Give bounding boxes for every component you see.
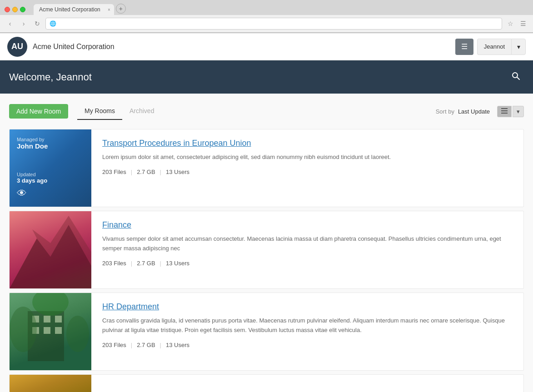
room-list: Managed by John Doe Updated 3 days ago 👁… xyxy=(9,129,524,392)
separator-1: | xyxy=(131,342,132,348)
updated-time: 3 days ago xyxy=(17,177,84,184)
users-count: 13 Users xyxy=(166,260,189,267)
new-tab-button[interactable]: + xyxy=(116,4,126,14)
room-meta: 203 Files | 2.7 GB | 13 Users xyxy=(102,342,513,348)
room-description: Vivamus semper dolor sit amet accumsan c… xyxy=(102,234,513,253)
window-controls xyxy=(5,7,25,12)
svg-point-14 xyxy=(10,307,37,352)
maximize-window-dot[interactable] xyxy=(20,7,25,12)
svg-rect-9 xyxy=(44,316,50,323)
update-section: Updated 3 days ago 👁 xyxy=(17,168,84,199)
company-name: Acme United Corporation xyxy=(33,43,115,51)
room-meta: 203 Files | 2.7 GB | 13 Users xyxy=(102,169,513,175)
bookmark-button[interactable]: ☆ xyxy=(505,18,516,29)
room-item: HR Department Cras convallis gravida lig… xyxy=(9,293,524,371)
company-logo[interactable]: AU xyxy=(7,37,27,57)
tabs-row: Add New Room My Rooms Archived Sort by L… xyxy=(9,103,524,120)
room-thumbnail-green[interactable] xyxy=(10,293,91,370)
storage-size: 2.7 GB xyxy=(137,169,155,175)
building-illustration xyxy=(10,293,91,370)
close-window-dot[interactable] xyxy=(5,7,10,12)
users-count: 13 Users xyxy=(166,169,189,175)
tab-close-icon[interactable]: × xyxy=(108,7,110,12)
tab-my-rooms[interactable]: My Rooms xyxy=(77,103,122,120)
storage-size: 2.7 GB xyxy=(137,260,155,267)
separator-1: | xyxy=(131,169,132,175)
browser-menu-button[interactable]: ☰ xyxy=(518,18,528,29)
svg-point-15 xyxy=(66,316,89,352)
separator-2: | xyxy=(160,169,161,175)
svg-rect-10 xyxy=(55,316,62,323)
room-description: Lorem ipsum dolor sit amet, consectetuer… xyxy=(102,153,513,162)
search-button[interactable] xyxy=(508,69,524,84)
users-count: 13 Users xyxy=(166,342,189,348)
dropdown-chevron-icon: ▾ xyxy=(517,108,520,115)
room-info xyxy=(91,375,523,392)
search-icon xyxy=(511,71,520,80)
content-area: Add New Room My Rooms Archived Sort by L… xyxy=(0,94,533,392)
svg-rect-3 xyxy=(501,110,508,111)
separator-2: | xyxy=(160,342,161,348)
room-item: Managed by John Doe Updated 3 days ago 👁… xyxy=(9,129,524,207)
sort-area: Sort by Last Update ▾ xyxy=(436,106,524,117)
browser-tabs: Acme United Corporation × + xyxy=(34,4,126,15)
browser-titlebar: Acme United Corporation × + xyxy=(0,0,533,15)
room-info: Transport Procedures in European Union L… xyxy=(91,129,523,207)
add-new-room-button[interactable]: Add New Room xyxy=(9,104,68,119)
eye-icon: 👁 xyxy=(17,188,84,199)
room-title[interactable]: Transport Procedures in European Union xyxy=(102,139,251,148)
room-thumbnail-pink[interactable] xyxy=(10,211,91,288)
room-tabs: My Rooms Archived xyxy=(77,103,161,120)
welcome-bar: Welcome, Jeannot xyxy=(0,60,533,94)
minimize-window-dot[interactable] xyxy=(12,7,18,12)
tab-title: Acme United Corporation xyxy=(39,6,100,13)
room-meta: 203 Files | 2.7 GB | 13 Users xyxy=(102,260,513,267)
grid-view-button[interactable]: ▾ xyxy=(513,106,524,117)
room-item xyxy=(9,374,524,392)
svg-rect-12 xyxy=(44,327,50,334)
separator-2: | xyxy=(160,260,161,267)
svg-rect-13 xyxy=(55,327,62,334)
managed-by-section: Managed by John Doe xyxy=(17,137,84,150)
browser-chrome: Acme United Corporation × + ‹ › ↻ 🌐 ☆ ☰ xyxy=(0,0,533,33)
room-info: HR Department Cras convallis gravida lig… xyxy=(91,293,523,370)
room-thumbnail-blue[interactable]: Managed by John Doe Updated 3 days ago 👁 xyxy=(10,129,91,207)
address-bar[interactable]: 🌐 xyxy=(45,18,502,30)
hamburger-menu-button[interactable]: ☰ xyxy=(455,39,473,55)
active-tab[interactable]: Acme United Corporation × xyxy=(34,4,114,15)
tab-archived[interactable]: Archived xyxy=(122,103,161,120)
manager-name: John Doe xyxy=(17,142,84,150)
sort-by-label: Sort by xyxy=(436,108,454,115)
room-description: Cras convallis gravida ligula, id venena… xyxy=(102,316,513,335)
welcome-message: Welcome, Jeannot xyxy=(9,71,508,83)
user-menu: Jeannot ▾ xyxy=(477,39,526,55)
reload-button[interactable]: ↻ xyxy=(32,18,43,29)
room-title[interactable]: Finance xyxy=(102,220,131,230)
user-name-button[interactable]: Jeannot xyxy=(477,39,511,55)
svg-rect-2 xyxy=(501,108,508,109)
managed-by-label: Managed by xyxy=(17,137,84,142)
separator-1: | xyxy=(131,260,132,267)
sort-value[interactable]: Last Update xyxy=(458,108,490,115)
browser-toolbar: ‹ › ↻ 🌐 ☆ ☰ xyxy=(0,15,533,33)
list-view-icon xyxy=(501,108,508,114)
mountain-illustration xyxy=(10,211,91,288)
files-count: 203 Files xyxy=(102,169,126,175)
view-toggle: ▾ xyxy=(497,106,524,117)
files-count: 203 Files xyxy=(102,260,126,267)
forward-button[interactable]: › xyxy=(18,18,29,29)
svg-line-1 xyxy=(517,77,519,79)
room-item: Finance Vivamus semper dolor sit amet ac… xyxy=(9,211,524,289)
globe-icon: 🌐 xyxy=(50,20,56,27)
room-title[interactable]: HR Department xyxy=(102,302,159,312)
user-dropdown-button[interactable]: ▾ xyxy=(511,39,526,55)
files-count: 203 Files xyxy=(102,342,126,348)
svg-rect-4 xyxy=(501,113,508,114)
back-button[interactable]: ‹ xyxy=(5,18,15,29)
toolbar-right: ☆ ☰ xyxy=(505,18,528,29)
room-thumbnail-gold[interactable] xyxy=(10,375,91,392)
list-view-button[interactable] xyxy=(497,106,512,117)
room-info: Finance Vivamus semper dolor sit amet ac… xyxy=(91,211,523,288)
app-header: AU Acme United Corporation ☰ Jeannot ▾ xyxy=(0,33,533,60)
app-container: AU Acme United Corporation ☰ Jeannot ▾ W… xyxy=(0,33,533,392)
